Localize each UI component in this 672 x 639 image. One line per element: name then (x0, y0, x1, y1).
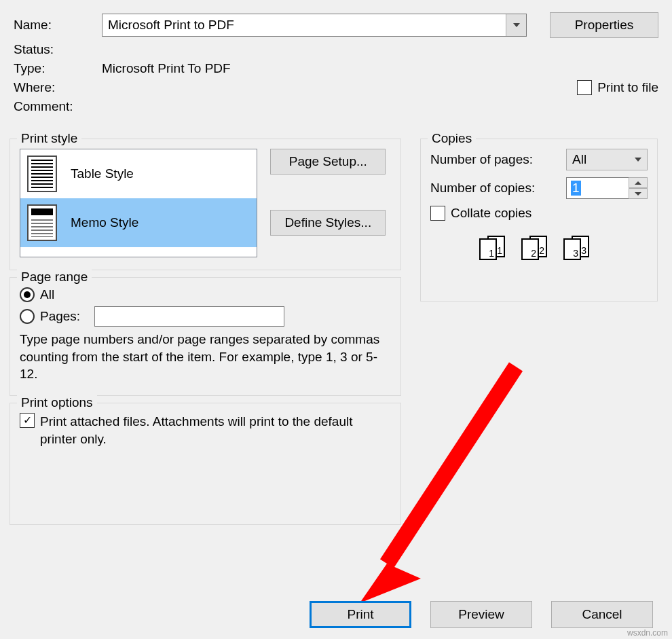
printer-section: Name: Microsoft Print to PDF Properties … (0, 0, 672, 124)
define-styles-button[interactable]: Define Styles... (270, 210, 386, 236)
dialog-buttons: Print Preview Cancel (0, 601, 672, 628)
type-label: Type: (14, 61, 102, 76)
collate-page: 1 (479, 238, 497, 260)
page-range-all-label: All (40, 287, 54, 302)
memo-style-icon (27, 204, 57, 241)
watermark: wsxdn.com (627, 628, 668, 638)
copies-legend: Copies (428, 131, 476, 146)
spinner-up-icon[interactable] (629, 177, 648, 188)
collate-page: 3 (563, 238, 581, 260)
page-setup-button[interactable]: Page Setup... (270, 149, 386, 175)
page-range-pages-radio[interactable] (20, 309, 35, 324)
chevron-down-icon[interactable] (506, 14, 526, 36)
style-item-label: Memo Style (71, 215, 138, 230)
page-range-legend: Page range (17, 270, 92, 285)
page-range-all-radio[interactable] (20, 287, 35, 302)
properties-button[interactable]: Properties (550, 12, 658, 38)
style-item-table[interactable]: Table Style (20, 149, 257, 198)
status-label: Status: (14, 42, 102, 57)
spinner-down-icon[interactable] (629, 188, 648, 199)
print-style-list[interactable]: Table Style Memo Style (20, 149, 257, 257)
page-range-pages-input[interactable] (94, 306, 284, 327)
print-options-legend: Print options (17, 395, 97, 410)
print-to-file-checkbox[interactable] (577, 80, 592, 95)
num-copies-spinner[interactable]: 1 (566, 177, 648, 199)
style-item-label: Table Style (71, 166, 134, 181)
print-options-group: Print options Print attached files. Atta… (10, 403, 401, 525)
svg-marker-1 (360, 564, 421, 603)
cancel-button[interactable]: Cancel (551, 601, 653, 628)
print-style-legend: Print style (17, 131, 81, 146)
where-label: Where: (14, 80, 102, 95)
type-value: Microsoft Print To PDF (102, 61, 231, 76)
print-button[interactable]: Print (310, 601, 411, 628)
style-item-memo[interactable]: Memo Style (20, 198, 257, 247)
copies-group: Copies Number of pages: All Number of co… (420, 139, 658, 302)
collate-label: Collate copies (451, 206, 531, 221)
print-attached-label: Print attached files. Attachments will p… (40, 413, 391, 448)
num-pages-select[interactable]: All (566, 149, 648, 170)
printer-name-label: Name: (14, 18, 102, 33)
num-copies-label: Number of copies: (430, 181, 566, 196)
table-style-icon (27, 156, 57, 192)
comment-label: Comment: (14, 99, 102, 114)
num-pages-label: Number of pages: (430, 152, 566, 167)
print-style-group: Print style Table Style Memo Style Page … (10, 139, 401, 270)
print-attached-checkbox[interactable] (20, 413, 35, 428)
num-copies-input[interactable]: 1 (566, 177, 629, 199)
collate-page: 2 (521, 238, 539, 260)
num-pages-value: All (572, 152, 586, 167)
page-range-group: Page range All Pages: Type page numbers … (10, 277, 401, 396)
collate-checkbox[interactable] (430, 206, 445, 221)
printer-name-select[interactable]: Microsoft Print to PDF (102, 14, 527, 37)
page-range-hint: Type page numbers and/or page ranges sep… (20, 331, 391, 383)
printer-name-value: Microsoft Print to PDF (108, 18, 234, 33)
print-to-file-label: Print to file (597, 80, 658, 95)
page-range-pages-label: Pages: (40, 309, 94, 324)
collate-preview: 11 22 33 (478, 236, 648, 263)
preview-button[interactable]: Preview (430, 601, 532, 628)
